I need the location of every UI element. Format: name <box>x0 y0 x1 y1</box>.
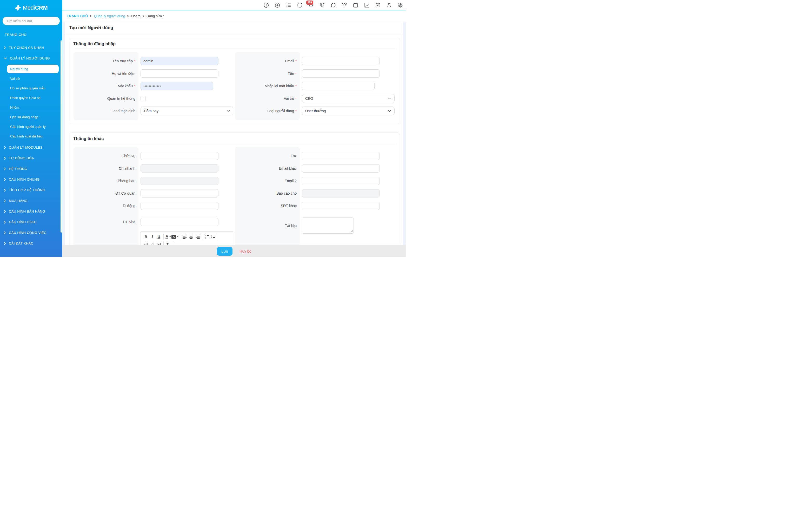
office-phone-field[interactable] <box>141 189 219 198</box>
phone-add-icon[interactable] <box>319 2 325 8</box>
sidebar-subitem-cau-hinh-nguoi-quan-ly[interactable]: Cấu hình người quản lý <box>0 122 62 132</box>
chat-icon[interactable] <box>330 2 336 8</box>
refresh-dot-icon[interactable] <box>297 2 302 8</box>
chart-icon[interactable] <box>364 2 370 8</box>
chevron-down-icon <box>388 110 391 112</box>
toolbar-separator <box>202 234 202 239</box>
bell-ring-icon[interactable] <box>342 2 347 8</box>
cancel-button[interactable]: Hủy bỏ <box>239 249 252 253</box>
sidebar-subitem-ho-so-phan-quyen-mau[interactable]: Hồ sơ phân quyền mẫu <box>0 83 62 93</box>
username-field[interactable] <box>141 57 219 65</box>
password-field[interactable] <box>141 82 213 90</box>
sidebar-item-tich-hop-he-thong[interactable]: TÍCH HỢP HỆ THỐNG <box>0 185 62 195</box>
sidebar-item-cau-hinh-chung[interactable]: CẤU HÌNH CHUNG <box>0 174 62 185</box>
home-phone-field[interactable] <box>141 218 219 226</box>
bg-color-button[interactable]: A <box>171 234 178 240</box>
remove-format-button[interactable]: Tx <box>165 241 171 245</box>
ordered-list-button[interactable]: 12 <box>204 234 210 240</box>
other-email-field[interactable] <box>302 164 380 173</box>
sidebar-item-mua-hang[interactable]: MUA HÀNG <box>0 195 62 206</box>
form-row: Họ và tên đệm <box>74 67 234 80</box>
list-icon[interactable] <box>286 2 291 8</box>
confirm-password-field[interactable] <box>302 82 375 90</box>
field-label: Phòng ban <box>118 179 135 183</box>
form-row: Email khác <box>235 162 395 175</box>
add-circle-icon[interactable] <box>274 2 280 8</box>
mobile-phone-field[interactable] <box>141 202 219 210</box>
sidebar-subitem-nhom[interactable]: Nhóm <box>0 103 62 112</box>
other-phone-field[interactable] <box>302 202 380 210</box>
form-row: Tài liệu <box>235 216 395 235</box>
first-name-field[interactable] <box>302 69 380 78</box>
sidebar-item-quan-ly-nguoi-dung[interactable]: QUẢN LÝ NGƯỜI DÙNG <box>0 53 62 64</box>
action-bar: Lưu Hủy bỏ <box>62 245 406 257</box>
save-button[interactable]: Lưu <box>217 247 232 256</box>
settings-gear-icon[interactable] <box>398 2 403 8</box>
email2-field[interactable] <box>302 177 380 185</box>
section-heading-login-info: Thông tin đăng nhập <box>69 38 400 49</box>
form-row: ĐT Nhà <box>74 216 234 228</box>
notifications-bell-icon[interactable]: 189 <box>308 2 314 8</box>
default-lead-select[interactable]: Hôm nay <box>141 107 233 115</box>
documents-textarea[interactable] <box>302 218 354 234</box>
insert-image-button[interactable] <box>155 241 162 245</box>
field-label: Tên truy cập <box>113 59 133 63</box>
app-logo-text: MediCRM <box>23 4 48 11</box>
bold-button[interactable]: B <box>143 234 149 240</box>
text-color-button[interactable]: A <box>165 234 171 240</box>
email-field[interactable] <box>302 57 380 65</box>
role-select[interactable]: CEO <box>302 94 395 103</box>
breadcrumb-home[interactable]: TRANG CHỦ <box>67 14 88 18</box>
unlink-button[interactable] <box>149 241 155 245</box>
form-row: Quản trị hệ thống <box>74 92 234 105</box>
is-admin-checkbox[interactable] <box>141 96 146 101</box>
tasks-icon[interactable] <box>375 2 381 8</box>
chevron-down-icon <box>388 97 391 99</box>
breadcrumb-user-management[interactable]: Quản lý người dùng <box>94 14 125 18</box>
user-icon[interactable] <box>386 2 392 8</box>
field-label: Tài liệu <box>285 224 297 228</box>
form-row: Phòng ban <box>74 175 234 187</box>
form-row: ĐT Cơ quan <box>74 187 234 200</box>
breadcrumb-separator: > <box>90 14 92 18</box>
field-label: Vai trò <box>284 96 294 101</box>
sidebar-item-tu-dong-hoa[interactable]: TỰ ĐỘNG HÓA <box>0 153 62 164</box>
link-button[interactable] <box>143 241 149 245</box>
chevron-right-icon <box>4 178 6 181</box>
sidebar-subitem-cau-hinh-xuat-du-lieu[interactable]: Cấu hình xuất dữ liệu <box>0 132 62 141</box>
user-type-select[interactable]: User thường <box>302 107 395 115</box>
calendar-icon[interactable] <box>353 2 358 8</box>
chevron-right-icon <box>4 242 6 245</box>
sidebar-subitem-vai-tro[interactable]: Vai trò <box>0 74 62 83</box>
breadcrumb-users[interactable]: Users <box>131 14 140 18</box>
seal-alert-icon[interactable] <box>263 2 269 8</box>
toolbar-separator <box>173 242 173 245</box>
sidebar-item-cau-hinh-cskh[interactable]: CẤU HÌNH CSKH <box>0 217 62 227</box>
field-label: Email 2 <box>284 179 297 183</box>
field-label: Báo cáo cho <box>277 191 297 195</box>
italic-button[interactable]: I <box>149 234 155 240</box>
sidebar-item-quan-ly-modules[interactable]: QUẢN LÝ MODULES <box>0 142 62 153</box>
align-right-button[interactable] <box>194 234 201 240</box>
sidebar-subitem-nguoi-dung[interactable]: Người dùng <box>7 65 59 73</box>
align-left-button[interactable] <box>181 234 188 240</box>
align-center-button[interactable] <box>188 234 194 240</box>
fax-field[interactable] <box>302 152 380 160</box>
sidebar-scrollbar[interactable] <box>60 40 62 233</box>
sidebar-search-input[interactable] <box>3 17 60 25</box>
sidebar-item-tuy-chon-ca-nhan[interactable]: TÙY CHỌN CÁ NHÂN <box>0 42 62 53</box>
sidebar-item-cau-hinh-cong-viec[interactable]: CẤU HÌNH CÔNG VIỆC <box>0 227 62 238</box>
sidebar-item-cai-dat-khac[interactable]: CÀI ĐẶT KHÁC <box>0 238 62 249</box>
sidebar-subitem-lich-su-dang-nhap[interactable]: Lịch sử đăng nhập <box>0 112 62 122</box>
toolbar-separator <box>180 234 180 239</box>
middle-name-field[interactable] <box>141 69 219 78</box>
underline-button[interactable]: U <box>155 234 162 240</box>
sidebar-subitem-phan-quyen-chia-se[interactable]: Phân quyền Chia sẻ <box>0 93 62 103</box>
sidebar-item-home[interactable]: TRANG CHỦ <box>0 30 62 39</box>
sidebar-item-he-thong[interactable]: HỆ THỐNG <box>0 164 62 174</box>
sidebar-item-cau-hinh-ban-hang[interactable]: CẤU HÌNH BÁN HÀNG <box>0 206 62 217</box>
rich-text-editor: B I U A A 12 <box>141 231 233 245</box>
bullet-list-button[interactable] <box>210 234 216 240</box>
login-info-right-group: Email* Tên* Nhập lại mật khẩu* Vai trò* <box>235 52 395 120</box>
job-title-field[interactable] <box>141 152 219 160</box>
